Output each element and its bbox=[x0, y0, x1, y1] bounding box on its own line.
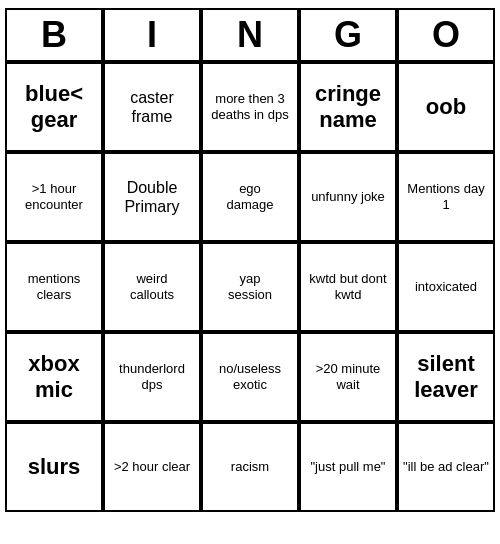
bingo-header: BINGO bbox=[5, 8, 495, 62]
bingo-grid: blue<gearcasterframemore then 3 deaths i… bbox=[5, 62, 495, 512]
bingo-cell-3: cringename bbox=[299, 62, 397, 152]
header-letter-b: B bbox=[5, 8, 103, 62]
bingo-cell-20: slurs bbox=[5, 422, 103, 512]
bingo-cell-8: unfunny joke bbox=[299, 152, 397, 242]
bingo-cell-2: more then 3 deaths in dps bbox=[201, 62, 299, 152]
bingo-cell-23: "just pull me" bbox=[299, 422, 397, 512]
bingo-cell-14: intoxicated bbox=[397, 242, 495, 332]
bingo-cell-5: >1 hour encounter bbox=[5, 152, 103, 242]
bingo-cell-4: oob bbox=[397, 62, 495, 152]
header-letter-g: G bbox=[299, 8, 397, 62]
header-letter-o: O bbox=[397, 8, 495, 62]
bingo-cell-10: mentionsclears bbox=[5, 242, 103, 332]
bingo-card: BINGO blue<gearcasterframemore then 3 de… bbox=[5, 8, 495, 512]
bingo-cell-1: casterframe bbox=[103, 62, 201, 152]
bingo-cell-9: Mentions day 1 bbox=[397, 152, 495, 242]
bingo-cell-15: xboxmic bbox=[5, 332, 103, 422]
bingo-cell-12: yapsession bbox=[201, 242, 299, 332]
bingo-cell-6: DoublePrimary bbox=[103, 152, 201, 242]
header-letter-n: N bbox=[201, 8, 299, 62]
bingo-cell-22: racism bbox=[201, 422, 299, 512]
header-letter-i: I bbox=[103, 8, 201, 62]
bingo-cell-11: weirdcallouts bbox=[103, 242, 201, 332]
bingo-cell-13: kwtd but dont kwtd bbox=[299, 242, 397, 332]
bingo-cell-21: >2 hour clear bbox=[103, 422, 201, 512]
bingo-cell-16: thunderlord dps bbox=[103, 332, 201, 422]
bingo-cell-17: no/useless exotic bbox=[201, 332, 299, 422]
bingo-cell-18: >20 minute wait bbox=[299, 332, 397, 422]
bingo-cell-24: "ill be ad clear" bbox=[397, 422, 495, 512]
bingo-cell-19: silentleaver bbox=[397, 332, 495, 422]
bingo-cell-0: blue<gear bbox=[5, 62, 103, 152]
bingo-cell-7: egodamage bbox=[201, 152, 299, 242]
